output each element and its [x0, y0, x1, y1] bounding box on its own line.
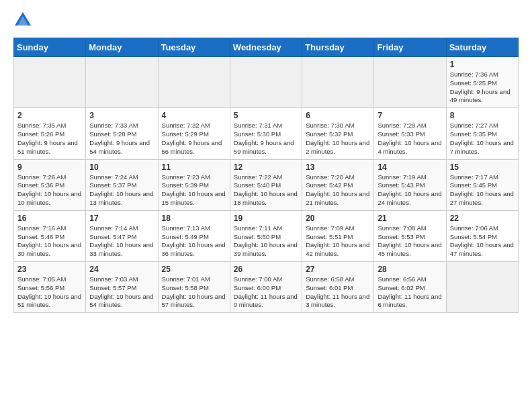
day-info: Sunrise: 7:08 AM Sunset: 5:53 PM Dayligh… — [378, 224, 442, 259]
calendar-header-row: SundayMondayTuesdayWednesdayThursdayFrid… — [14, 38, 519, 57]
day-number: 18 — [162, 214, 226, 223]
day-info: Sunrise: 7:24 AM Sunset: 5:37 PM Dayligh… — [89, 173, 154, 208]
calendar-cell: 28Sunrise: 6:56 AM Sunset: 6:02 PM Dayli… — [374, 262, 446, 313]
calendar-cell: 10Sunrise: 7:24 AM Sunset: 5:37 PM Dayli… — [86, 159, 158, 210]
day-info: Sunrise: 7:23 AM Sunset: 5:39 PM Dayligh… — [162, 173, 226, 208]
day-number: 10 — [89, 163, 154, 172]
calendar-cell — [374, 57, 446, 108]
day-number: 16 — [17, 214, 82, 223]
day-number: 23 — [17, 265, 82, 274]
day-number: 28 — [378, 265, 442, 274]
calendar: SundayMondayTuesdayWednesdayThursdayFrid… — [13, 38, 519, 313]
calendar-cell: 5Sunrise: 7:31 AM Sunset: 5:30 PM Daylig… — [230, 108, 302, 159]
day-info: Sunrise: 7:09 AM Sunset: 5:51 PM Dayligh… — [306, 224, 370, 259]
day-number: 17 — [89, 214, 154, 223]
calendar-day-header: Thursday — [302, 38, 374, 57]
day-number: 22 — [450, 214, 515, 223]
calendar-cell: 18Sunrise: 7:13 AM Sunset: 5:49 PM Dayli… — [158, 210, 230, 261]
day-number: 12 — [234, 163, 298, 172]
page: SundayMondayTuesdayWednesdayThursdayFrid… — [0, 0, 532, 324]
calendar-cell: 14Sunrise: 7:19 AM Sunset: 5:43 PM Dayli… — [374, 159, 446, 210]
day-number: 1 — [450, 60, 515, 69]
day-number: 25 — [162, 265, 226, 274]
calendar-cell: 25Sunrise: 7:01 AM Sunset: 5:58 PM Dayli… — [158, 262, 230, 313]
day-info: Sunrise: 7:16 AM Sunset: 5:46 PM Dayligh… — [17, 224, 82, 259]
calendar-cell: 11Sunrise: 7:23 AM Sunset: 5:39 PM Dayli… — [158, 159, 230, 210]
calendar-cell — [446, 262, 518, 313]
day-info: Sunrise: 7:31 AM Sunset: 5:30 PM Dayligh… — [234, 122, 298, 156]
calendar-cell: 3Sunrise: 7:33 AM Sunset: 5:28 PM Daylig… — [86, 108, 158, 159]
day-number: 8 — [450, 111, 515, 120]
calendar-cell: 17Sunrise: 7:14 AM Sunset: 5:47 PM Dayli… — [86, 210, 158, 261]
day-info: Sunrise: 7:20 AM Sunset: 5:42 PM Dayligh… — [306, 173, 370, 208]
day-number: 21 — [378, 214, 442, 223]
day-info: Sunrise: 7:32 AM Sunset: 5:29 PM Dayligh… — [162, 122, 226, 156]
calendar-day-header: Saturday — [446, 38, 518, 57]
calendar-day-header: Sunday — [14, 38, 86, 57]
day-info: Sunrise: 7:00 AM Sunset: 6:00 PM Dayligh… — [234, 275, 298, 310]
day-info: Sunrise: 7:03 AM Sunset: 5:57 PM Dayligh… — [89, 275, 154, 310]
day-info: Sunrise: 7:36 AM Sunset: 5:25 PM Dayligh… — [450, 71, 515, 105]
calendar-week-row: 23Sunrise: 7:05 AM Sunset: 5:56 PM Dayli… — [14, 262, 519, 313]
day-info: Sunrise: 7:27 AM Sunset: 5:35 PM Dayligh… — [450, 122, 515, 156]
calendar-cell — [158, 57, 230, 108]
calendar-cell: 1Sunrise: 7:36 AM Sunset: 5:25 PM Daylig… — [446, 57, 518, 108]
calendar-day-header: Tuesday — [158, 38, 230, 57]
calendar-cell — [302, 57, 374, 108]
day-info: Sunrise: 7:14 AM Sunset: 5:47 PM Dayligh… — [89, 224, 154, 259]
day-number: 7 — [378, 111, 442, 120]
day-info: Sunrise: 7:11 AM Sunset: 5:50 PM Dayligh… — [234, 224, 298, 259]
day-info: Sunrise: 7:19 AM Sunset: 5:43 PM Dayligh… — [378, 173, 442, 208]
calendar-cell: 27Sunrise: 6:58 AM Sunset: 6:01 PM Dayli… — [302, 262, 374, 313]
logo-icon — [13, 11, 32, 30]
calendar-cell: 21Sunrise: 7:08 AM Sunset: 5:53 PM Dayli… — [374, 210, 446, 261]
calendar-cell — [230, 57, 302, 108]
calendar-cell: 13Sunrise: 7:20 AM Sunset: 5:42 PM Dayli… — [302, 159, 374, 210]
calendar-week-row: 1Sunrise: 7:36 AM Sunset: 5:25 PM Daylig… — [14, 57, 519, 108]
day-info: Sunrise: 7:05 AM Sunset: 5:56 PM Dayligh… — [17, 275, 82, 310]
calendar-cell: 24Sunrise: 7:03 AM Sunset: 5:57 PM Dayli… — [86, 262, 158, 313]
day-number: 6 — [306, 111, 370, 120]
calendar-cell: 16Sunrise: 7:16 AM Sunset: 5:46 PM Dayli… — [14, 210, 86, 261]
day-number: 24 — [89, 265, 154, 274]
day-number: 19 — [234, 214, 298, 223]
day-number: 14 — [378, 163, 442, 172]
day-number: 27 — [306, 265, 370, 274]
day-number: 3 — [89, 111, 154, 120]
calendar-week-row: 16Sunrise: 7:16 AM Sunset: 5:46 PM Dayli… — [14, 210, 519, 261]
day-number: 11 — [162, 163, 226, 172]
calendar-cell: 8Sunrise: 7:27 AM Sunset: 5:35 PM Daylig… — [446, 108, 518, 159]
day-number: 4 — [162, 111, 226, 120]
day-info: Sunrise: 7:35 AM Sunset: 5:26 PM Dayligh… — [17, 122, 82, 156]
day-number: 9 — [17, 163, 82, 172]
day-info: Sunrise: 7:30 AM Sunset: 5:32 PM Dayligh… — [306, 122, 370, 156]
calendar-cell: 15Sunrise: 7:17 AM Sunset: 5:45 PM Dayli… — [446, 159, 518, 210]
day-number: 20 — [306, 214, 370, 223]
day-number: 13 — [306, 163, 370, 172]
day-info: Sunrise: 6:56 AM Sunset: 6:02 PM Dayligh… — [378, 275, 442, 310]
calendar-cell: 23Sunrise: 7:05 AM Sunset: 5:56 PM Dayli… — [14, 262, 86, 313]
day-info: Sunrise: 6:58 AM Sunset: 6:01 PM Dayligh… — [306, 275, 370, 310]
day-info: Sunrise: 7:26 AM Sunset: 5:36 PM Dayligh… — [17, 173, 82, 208]
calendar-day-header: Friday — [374, 38, 446, 57]
day-number: 15 — [450, 163, 515, 172]
calendar-day-header: Monday — [86, 38, 158, 57]
calendar-cell: 6Sunrise: 7:30 AM Sunset: 5:32 PM Daylig… — [302, 108, 374, 159]
day-number: 2 — [17, 111, 82, 120]
calendar-cell: 12Sunrise: 7:22 AM Sunset: 5:40 PM Dayli… — [230, 159, 302, 210]
calendar-cell: 20Sunrise: 7:09 AM Sunset: 5:51 PM Dayli… — [302, 210, 374, 261]
calendar-cell — [14, 57, 86, 108]
day-info: Sunrise: 7:22 AM Sunset: 5:40 PM Dayligh… — [234, 173, 298, 208]
calendar-cell: 9Sunrise: 7:26 AM Sunset: 5:36 PM Daylig… — [14, 159, 86, 210]
day-number: 26 — [234, 265, 298, 274]
calendar-cell: 4Sunrise: 7:32 AM Sunset: 5:29 PM Daylig… — [158, 108, 230, 159]
calendar-week-row: 2Sunrise: 7:35 AM Sunset: 5:26 PM Daylig… — [14, 108, 519, 159]
calendar-cell: 22Sunrise: 7:06 AM Sunset: 5:54 PM Dayli… — [446, 210, 518, 261]
calendar-day-header: Wednesday — [230, 38, 302, 57]
day-info: Sunrise: 7:01 AM Sunset: 5:58 PM Dayligh… — [162, 275, 226, 310]
calendar-cell: 2Sunrise: 7:35 AM Sunset: 5:26 PM Daylig… — [14, 108, 86, 159]
calendar-cell — [86, 57, 158, 108]
logo — [13, 11, 35, 30]
day-info: Sunrise: 7:13 AM Sunset: 5:49 PM Dayligh… — [162, 224, 226, 259]
calendar-cell: 26Sunrise: 7:00 AM Sunset: 6:00 PM Dayli… — [230, 262, 302, 313]
